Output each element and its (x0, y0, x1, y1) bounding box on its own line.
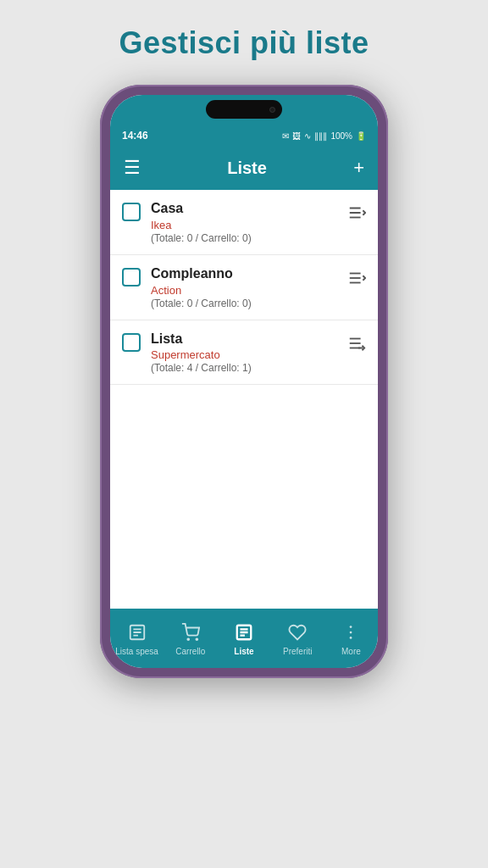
page-wrapper: Gestisci più liste 14:46 ✉ 🖼 ∿ ∥∥∥ 100% … (0, 0, 488, 868)
list-item[interactable]: Casa Ikea (Totale: 0 / Carrello: 0) (110, 190, 378, 255)
header-title: Liste (227, 159, 267, 178)
nav-item-carrello[interactable]: Carrello (164, 623, 217, 656)
phone-inner: 14:46 ✉ 🖼 ∿ ∥∥∥ 100% 🔋 ☰ Liste + (110, 95, 378, 668)
svg-point-22 (350, 637, 352, 639)
heart-icon (288, 623, 307, 644)
list-store-compleanno: Action (151, 284, 337, 297)
notch-bar (110, 95, 378, 125)
svg-point-20 (350, 626, 352, 628)
add-list-button[interactable]: + (353, 159, 364, 177)
list-item[interactable]: Compleanno Action (Totale: 0 / Carrello:… (110, 255, 378, 320)
bottom-nav: Lista spesa Carrello (110, 609, 378, 668)
list-action-casa[interactable] (347, 203, 366, 226)
list-action-compleanno[interactable] (347, 269, 366, 292)
signal-icon: ∥∥∥ (314, 131, 327, 141)
image-icon: 🖼 (292, 131, 301, 141)
list-action-lista[interactable] (347, 334, 366, 357)
svg-point-21 (350, 631, 352, 633)
nav-item-liste[interactable]: Liste (217, 623, 270, 656)
mail-icon: ✉ (282, 131, 289, 141)
nav-item-more[interactable]: More (324, 623, 378, 656)
status-bar: 14:46 ✉ 🖼 ∿ ∥∥∥ 100% 🔋 (110, 125, 378, 146)
battery-text: 100% (330, 131, 352, 141)
nav-label-more: More (341, 647, 361, 656)
hamburger-icon: ☰ (124, 157, 141, 178)
list-totals-compleanno: (Totale: 0 / Carrello: 0) (151, 298, 337, 309)
list-name-lista: Lista (151, 331, 337, 348)
list-totals-casa: (Totale: 0 / Carrello: 0) (151, 232, 337, 244)
status-time: 14:46 (122, 130, 148, 142)
nav-item-lista-spesa[interactable]: Lista spesa (110, 623, 164, 656)
wifi-icon: ∿ (304, 131, 311, 141)
app-header: ☰ Liste + (110, 146, 378, 190)
list-info-lista: Lista Supermercato (Totale: 4 / Carrello… (151, 331, 337, 375)
nav-label-lista-spesa: Lista spesa (115, 647, 158, 656)
svg-point-15 (196, 638, 197, 640)
nav-item-preferiti[interactable]: Preferiti (271, 623, 324, 656)
nav-label-preferiti: Preferiti (283, 647, 312, 656)
status-icons: ✉ 🖼 ∿ ∥∥∥ 100% 🔋 (282, 131, 366, 141)
app-content: Casa Ikea (Totale: 0 / Carrello: 0) (110, 190, 378, 609)
battery-icon: 🔋 (356, 131, 366, 141)
svg-point-14 (187, 638, 189, 640)
nav-label-carrello: Carrello (175, 647, 205, 656)
list-name-compleanno: Compleanno (151, 265, 337, 283)
notch-pill (206, 100, 282, 119)
list-totals-lista: (Totale: 4 / Carrello: 1) (151, 362, 337, 374)
checkbox-lista[interactable] (122, 333, 141, 352)
list-item[interactable]: Lista Supermercato (Totale: 4 / Carrello… (110, 320, 378, 386)
plus-icon: + (353, 157, 364, 178)
nav-label-liste: Liste (234, 647, 253, 656)
phone-shell: 14:46 ✉ 🖼 ∿ ∥∥∥ 100% 🔋 ☰ Liste + (100, 85, 388, 678)
list-name-casa: Casa (151, 200, 337, 218)
cart-icon (181, 623, 200, 644)
notch-camera (269, 107, 275, 113)
checkbox-casa[interactable] (122, 203, 141, 221)
lista-spesa-icon (128, 623, 147, 644)
liste-icon (235, 623, 253, 644)
page-title: Gestisci più liste (119, 25, 369, 61)
list-store-casa: Ikea (151, 219, 337, 231)
list-info-compleanno: Compleanno Action (Totale: 0 / Carrello:… (151, 265, 337, 309)
list-info-casa: Casa Ikea (Totale: 0 / Carrello: 0) (151, 200, 337, 244)
list-store-lista: Supermercato (151, 348, 337, 361)
menu-button[interactable]: ☰ (124, 159, 141, 177)
dots-icon (341, 623, 360, 644)
checkbox-compleanno[interactable] (122, 268, 141, 287)
